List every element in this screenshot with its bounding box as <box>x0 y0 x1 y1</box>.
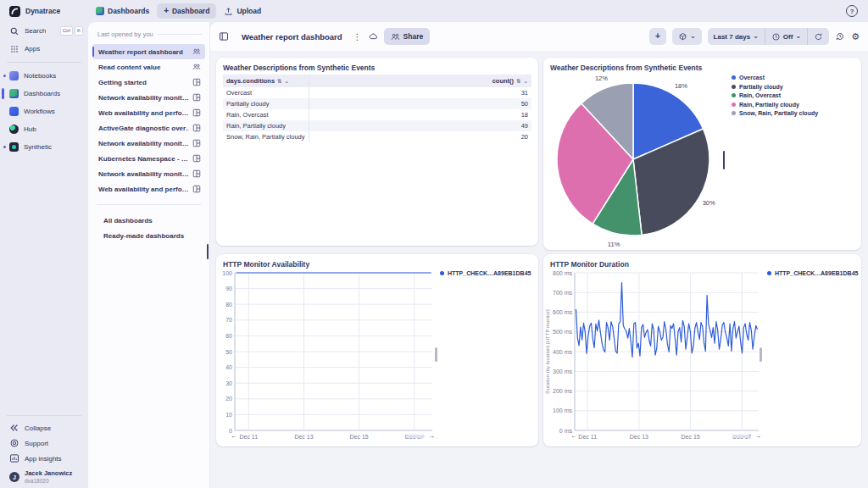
tile-weather-pie: Weather Descriptions from Synthetic Even… <box>543 58 861 250</box>
user-menu[interactable]: J Jacek Janowicz dva18020 <box>0 466 88 488</box>
dashboard-list-item[interactable]: Read content value <box>92 59 205 75</box>
table-row[interactable]: Partially cloudy50 <box>223 98 531 109</box>
hub-app-icon <box>9 125 19 134</box>
tile-http-availability: HTTP Monitor Availability 01020304050607… <box>216 254 538 446</box>
table-row[interactable]: Overcast31 <box>223 87 531 98</box>
duration-legend: HTTP_CHECK…A89EB1DB45 <box>767 270 858 276</box>
horizontal-scrollbar-thumb[interactable] <box>732 435 749 438</box>
tile-http-duration: HTTP Monitor Duration Duration (by locat… <box>543 254 861 446</box>
column-header[interactable]: count() <box>492 77 514 85</box>
tab-dashboards[interactable]: Dashboards <box>96 7 149 15</box>
sort-icon[interactable]: ⇅ <box>277 78 281 85</box>
brand-row[interactable]: Dynatrace <box>0 0 88 22</box>
active-indicator <box>2 88 4 99</box>
brand-name: Dynatrace <box>25 7 60 15</box>
dashboard-list-item[interactable]: Web availability and perfo… <box>92 181 205 197</box>
chevron-down-icon[interactable]: ⌄ <box>285 78 289 85</box>
column-header[interactable]: days.conditions <box>226 77 275 85</box>
dashboard-list-item[interactable]: ActiveGate diagnostic over… <box>92 120 205 136</box>
table-row[interactable]: Rain, Partially cloudy49 <box>223 120 531 131</box>
table-row[interactable]: Snow, Rain, Partially cloudy20 <box>223 131 531 142</box>
dashboard-list-item[interactable]: Network availability monit… <box>92 136 205 151</box>
table-row[interactable]: Rain, Overcast18 <box>223 109 531 120</box>
legend-item[interactable]: Overcast <box>732 75 818 80</box>
people-icon <box>192 47 201 56</box>
rail-item-app-insights[interactable]: App insights <box>0 451 88 466</box>
legend-item[interactable]: Rain, Overcast <box>732 92 818 98</box>
dashboard-title: Weather report dashboard <box>242 32 342 42</box>
rail-item-hub[interactable]: Hub <box>0 120 88 138</box>
panel-link-all-dashboards[interactable]: All dashboards <box>92 213 205 228</box>
vertical-scrollbar-thumb[interactable] <box>723 151 725 169</box>
search-button[interactable]: Search Ctrl K <box>0 22 88 40</box>
settings-gear-icon[interactable]: ⚙ <box>851 32 860 42</box>
add-tile-button[interactable]: + <box>649 28 666 45</box>
legend-item[interactable]: HTTP_CHECK…A89EB1DB45 <box>440 270 531 276</box>
dashboard-list-item[interactable]: Web availability and perfo… <box>92 105 205 120</box>
legend-item[interactable]: Snow, Rain, Partially cloudy <box>732 110 818 116</box>
kebab-menu-icon[interactable]: ⋮ <box>353 32 362 42</box>
rail-item-collapse[interactable]: Collapse <box>0 420 88 435</box>
svg-text:50: 50 <box>225 349 232 355</box>
svg-text:800 ms: 800 ms <box>553 270 572 276</box>
table-cell-count: 18 <box>309 111 531 119</box>
synthetic-app-icon <box>9 142 19 152</box>
availability-legend: HTTP_CHECK…A89EB1DB45 <box>440 270 531 276</box>
scroll-left-icon[interactable]: ← <box>570 433 577 440</box>
scroll-right-icon[interactable]: → <box>754 433 761 440</box>
panel-link-ready-made-dashboards[interactable]: Ready-made dashboards <box>92 228 205 243</box>
svg-text:12%: 12% <box>595 75 608 82</box>
board-icon[interactable] <box>219 31 229 42</box>
notification-dot <box>3 146 6 148</box>
upload-button[interactable]: Upload <box>224 7 261 16</box>
dashboard-list-item[interactable]: Network availability monit… <box>92 166 205 181</box>
cloud-sync-icon[interactable] <box>368 31 378 42</box>
share-button[interactable]: Share <box>384 28 431 45</box>
legend-item[interactable]: Partially cloudy <box>732 84 818 90</box>
legend-item[interactable]: HTTP_CHECK…A89EB1DB45 <box>767 270 858 276</box>
plus-icon: + <box>655 32 660 41</box>
dashboard-list-item[interactable]: Kubernetes Namespace - … <box>92 151 205 166</box>
availability-line-chart: 0102030405060708090100Dec 11Dec 13Dec 15… <box>216 254 538 450</box>
apps-button[interactable]: Apps <box>0 40 88 58</box>
rail-item-synthetic[interactable]: Synthetic <box>0 138 88 156</box>
auto-refresh-selector[interactable]: Off ⌄ <box>765 28 807 45</box>
vertical-scrollbar-thumb[interactable] <box>760 347 762 362</box>
svg-text:40: 40 <box>225 364 232 370</box>
user-id: dva18020 <box>25 478 72 484</box>
rail-item-notebooks[interactable]: Notebooks <box>0 67 88 85</box>
scroll-left-icon[interactable]: ← <box>231 433 237 440</box>
dashboard-list-item[interactable]: Getting started <box>92 75 205 90</box>
refresh-button[interactable] <box>807 28 829 45</box>
template-icon <box>192 93 201 102</box>
top-bar: Dashboards + Dashboard Upload ? <box>88 0 868 22</box>
svg-text:11%: 11% <box>608 241 620 248</box>
panel-scrollbar-thumb[interactable] <box>207 244 209 259</box>
collapse-icon <box>9 423 19 433</box>
time-range-selector[interactable]: Last 7 days ⌄ <box>708 28 765 45</box>
search-icon <box>9 26 19 36</box>
help-icon[interactable]: ? <box>846 5 858 17</box>
dashboard-list-item[interactable]: Weather report dashboard <box>92 44 205 59</box>
rail-item-workflows[interactable]: Workflows <box>0 103 88 120</box>
chevron-down-icon: ⌄ <box>795 33 801 40</box>
history-icon[interactable] <box>835 31 845 42</box>
svg-text:18%: 18% <box>675 82 687 90</box>
dashboard-list-item[interactable]: Network availability monit… <box>92 90 205 105</box>
svg-text:Dec 11: Dec 11 <box>578 434 597 440</box>
rail-divider-bottom <box>7 415 81 416</box>
rail-item-dashboards[interactable]: Dashboards <box>0 85 88 103</box>
rail-item-support[interactable]: Support <box>0 435 88 451</box>
legend-item[interactable]: Rain, Partially cloudy <box>732 102 818 108</box>
variables-button[interactable]: ⌄ <box>672 28 702 45</box>
horizontal-scrollbar-thumb[interactable] <box>406 435 425 438</box>
table-header-row: days.conditions ⇅ ⌄ count() ⇅ ⌄ <box>223 75 531 87</box>
chevron-down-icon[interactable]: ⌄ <box>524 78 528 85</box>
people-icon <box>192 63 201 71</box>
panel-divider <box>97 204 201 205</box>
new-dashboard-button[interactable]: + Dashboard <box>157 3 216 19</box>
key-k: K <box>75 26 83 36</box>
vertical-scrollbar-thumb[interactable] <box>435 347 437 362</box>
scroll-right-icon[interactable]: → <box>428 433 435 440</box>
sort-icon[interactable]: ⇅ <box>516 78 520 85</box>
